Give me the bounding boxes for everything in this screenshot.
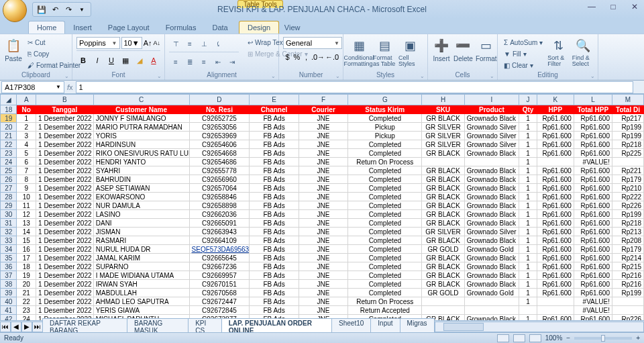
col-header-A[interactable]: A	[17, 95, 36, 105]
cell[interactable]: JNE	[299, 132, 347, 140]
table-header-cell[interactable]: Total HPP	[574, 105, 612, 114]
row-header-34[interactable]: 34	[1, 245, 17, 254]
cell[interactable]: 4	[17, 140, 36, 149]
col-header-K[interactable]: K	[537, 95, 574, 105]
table-header-cell[interactable]: Tanggal	[36, 105, 94, 114]
cell[interactable]: Grownado Gold	[464, 245, 519, 254]
cell[interactable]: Rp61.600	[574, 245, 612, 254]
qat-dropdown-icon[interactable]: ▼	[76, 3, 88, 15]
normal-view-button[interactable]	[497, 334, 509, 342]
cell[interactable]	[519, 306, 537, 315]
cell[interactable]: AHMAD LEO SAPUTRA	[93, 297, 189, 306]
cell[interactable]: Rp61.600	[574, 193, 612, 201]
cell[interactable]: Grownado Silver	[464, 228, 519, 236]
align-bottom-icon[interactable]: ⊥	[197, 37, 211, 50]
cell[interactable]: Rp61.600	[574, 132, 612, 140]
cell[interactable]: 1 Desember 2022	[36, 114, 94, 123]
orientation-icon[interactable]: ⤹	[211, 37, 225, 50]
paste-button[interactable]: 📋 Paste	[4, 37, 23, 71]
zoom-in-button[interactable]: +	[636, 334, 640, 342]
ribbon-tab-data[interactable]: Data	[204, 21, 235, 34]
cell[interactable]: ASEP SETIAWAN	[93, 184, 189, 193]
cell[interactable]: FB Ads	[250, 149, 299, 158]
format-as-table-button[interactable]: ▤Format as Table	[373, 37, 396, 71]
cell[interactable]: GR SILVER	[422, 132, 464, 140]
autosum-button[interactable]: ΣAutoSum▾	[502, 37, 545, 48]
save-icon[interactable]: 💾	[36, 3, 48, 15]
cell[interactable]: Rp61.600	[537, 228, 574, 236]
cell[interactable]: GR SILVER	[422, 140, 464, 149]
cell[interactable]: Rp179	[612, 245, 643, 254]
cell[interactable]: HENDRI YANTO	[93, 158, 189, 166]
italic-button[interactable]: I	[91, 54, 104, 67]
cell[interactable]: 1	[519, 254, 537, 262]
cell[interactable]: 1 Desember 2022	[36, 123, 94, 132]
cell[interactable]: 1	[519, 245, 537, 254]
cell[interactable]	[612, 306, 643, 315]
cell[interactable]: JNE	[299, 166, 347, 175]
cell[interactable]: JAMAL KARIM	[93, 254, 189, 262]
cell[interactable]: C92662036	[189, 210, 250, 219]
cell[interactable]: Rp61.600	[574, 254, 612, 262]
cell[interactable]: Rp214	[612, 254, 643, 262]
cell[interactable]: DANI	[93, 219, 189, 228]
cell[interactable]: Completed	[348, 254, 422, 262]
cell[interactable]: RASMARI	[93, 236, 189, 245]
row-header-32[interactable]: 32	[1, 228, 17, 236]
cell[interactable]: GR BLACK	[422, 193, 464, 201]
col-header-C[interactable]: C	[93, 95, 189, 105]
cell[interactable]: Rp61.600	[574, 140, 612, 149]
cell[interactable]: NURUL HUDA DR	[93, 245, 189, 254]
row-header-36[interactable]: 36	[1, 262, 17, 271]
cell[interactable]: JNE	[299, 123, 347, 132]
cell[interactable]: 1 Desember 2022	[36, 228, 94, 236]
cell[interactable]: JNE	[299, 271, 347, 280]
cell[interactable]: Rp226	[612, 201, 643, 210]
cell[interactable]: Rp61.600	[574, 280, 612, 289]
cell[interactable]: Rp218	[612, 140, 643, 149]
cell[interactable]: JNE	[299, 193, 347, 201]
cell[interactable]: C92657064	[189, 184, 250, 193]
row-header-39[interactable]: 39	[1, 289, 17, 297]
cell[interactable]: 14	[17, 228, 36, 236]
cell[interactable]: FB Ads	[250, 132, 299, 140]
cell[interactable]	[422, 306, 464, 315]
currency-icon[interactable]: $	[283, 50, 292, 64]
cell[interactable]: Rp61.600	[537, 254, 574, 262]
cell[interactable]: Rp61.600	[537, 166, 574, 175]
cell[interactable]: GR BLACK	[422, 149, 464, 158]
insert-cells-button[interactable]: ➕Insert	[432, 37, 451, 71]
cell[interactable]: 19	[17, 271, 36, 280]
cell[interactable]: Grownado Black	[464, 193, 519, 201]
cell[interactable]: GR BLACK	[422, 201, 464, 210]
cell[interactable]: Rp61.600	[537, 193, 574, 201]
cell[interactable]	[464, 158, 519, 166]
cell[interactable]	[464, 306, 519, 315]
cell[interactable]: 1 Desember 2022	[36, 166, 94, 175]
cell[interactable]: Rp61.600	[574, 201, 612, 210]
cell[interactable]: Rp225	[612, 149, 643, 158]
cell[interactable]	[612, 158, 643, 166]
ribbon-tab-insert[interactable]: Insert	[65, 21, 100, 34]
col-header-J[interactable]: J	[519, 95, 537, 105]
cell[interactable]: 18	[17, 262, 36, 271]
row-header-37[interactable]: 37	[1, 271, 17, 280]
undo-icon[interactable]: ↶	[49, 3, 61, 15]
cell[interactable]: 1 Desember 2022	[36, 184, 94, 193]
cell[interactable]: JNE	[299, 175, 347, 184]
cell[interactable]: C92667236	[189, 262, 250, 271]
row-header-41[interactable]: 41	[1, 306, 17, 315]
cell[interactable]: Completed	[348, 184, 422, 193]
cell[interactable]: 1	[519, 280, 537, 289]
row-header-40[interactable]: 40	[1, 297, 17, 306]
fill-color-button[interactable]: ◢	[133, 54, 146, 67]
cell[interactable]: Completed	[348, 193, 422, 201]
row-header-20[interactable]: 20	[1, 123, 17, 132]
cell[interactable]: 1	[519, 271, 537, 280]
cell[interactable]: Completed	[348, 140, 422, 149]
col-header-I[interactable]: I	[464, 95, 519, 105]
cell[interactable]: Completed	[348, 228, 422, 236]
cell[interactable]: Completed	[348, 201, 422, 210]
cell[interactable]: Rp61.600	[574, 262, 612, 271]
cell[interactable]: C92670568	[189, 289, 250, 297]
